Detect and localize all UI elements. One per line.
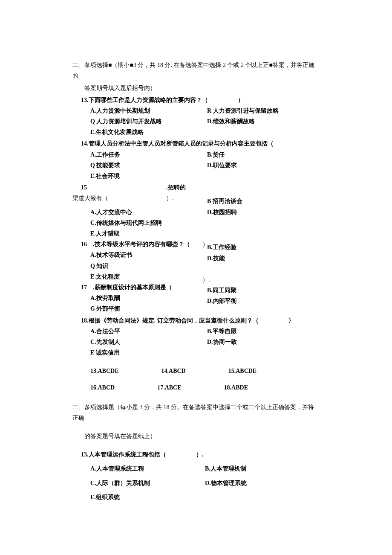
q18-opt-e: E 诚实信用	[90, 347, 320, 358]
s2-q13-opt-b: B.人本管理机制	[205, 463, 320, 474]
q18-opt-c: C.先发制人	[90, 337, 203, 347]
q17-opt-g: G 外部平衡	[90, 303, 203, 314]
q18-opt-a-text: A.合法公平	[90, 328, 120, 334]
q14-stem-text: 14.管理人员分析法中主管人员对所管箱人员的记录与分析内容主要包括（	[81, 140, 274, 147]
q18-opt-a: A.合法公平	[90, 326, 203, 337]
q13-opt-e: E.生枳文化发展战略	[90, 127, 320, 137]
q16-opt-a-text: A.技术等级证书	[90, 252, 132, 258]
section2-heading-cont: 的答案题号填在答题纸上）	[84, 431, 320, 442]
q13-options: A.人力贵源中长期规划 R 人力资源引进与保留故略 Q 人力资源培训与开发战略 …	[90, 105, 320, 138]
answer-16: 16.ABCD	[90, 382, 115, 393]
s2-q13-stem-text: 13.人本管理运作系统工程包括（ ）.	[81, 451, 203, 458]
s2-q13-opt-e-text: E.组织系统	[90, 494, 120, 500]
s2-q13-opt-c-text: C.人际（群）关系机制	[90, 480, 150, 486]
q17-paren-text: ）.	[202, 276, 210, 283]
q18-opt-c-text: C.先发制人	[90, 339, 120, 345]
q13-opt-a: A.人力贵源中长期规划	[90, 105, 203, 116]
q15-stem-line1: 15 .招聘的	[81, 182, 320, 193]
q14-opt-e-text: E.社会环境	[90, 173, 120, 179]
s2-q13-options: A.人本管理系统工程 B.人本管理机制 C.人际（群）关系机制 D.物本管理系统…	[72, 463, 320, 503]
q15-opt-e-text: E.人才猎取	[90, 230, 120, 237]
q15-num: 15	[81, 182, 166, 193]
q13-opt-a-text: A.人力贵源中长期规划	[90, 108, 150, 114]
q15-opt-b: B 招再洽谈会	[207, 196, 320, 206]
q15-opt-a: A.人才交流中心	[90, 207, 203, 218]
q15-stem-right: .招聘的	[166, 182, 186, 193]
s2-q13-opt-e: E.组织系统	[90, 492, 320, 503]
section1-heading-cont: 答案期号填入题后括号内）	[84, 83, 320, 93]
q14-stem: 14.管理人员分析法中主管人员对所管箱人员的记录与分析内容主要包括（	[81, 138, 320, 149]
answers-row-2: 16.ABCD 17.ABCE 18.ABDE	[90, 382, 320, 393]
q17-opt-a-text: A.按劳取酬	[90, 295, 120, 301]
s2-q13-opt-c: C.人际（群）关系机制	[90, 478, 205, 488]
answer-14: 14.ABCD	[161, 366, 186, 376]
q17-opt-b-text: B.同工同聚	[207, 287, 236, 293]
section2-heading-cont-text: 的答案题号填在答题纸上）	[84, 433, 156, 439]
q16-opt-d-text: D.技能	[207, 255, 225, 262]
answers-row-1: 13.ABCDE 14.ABCD 15.ABCDE	[90, 366, 320, 376]
q14-options: A.工作任务 B.货任 Q 技能要求 D.职位要求 E.社会环境	[90, 149, 320, 182]
q17-opt-g-text: G 外部平衡	[90, 305, 120, 312]
q15-options: B 招再洽谈会 A.人才交流中心 D.校园招聘 C.传统媒体与现代网上招聘 E.…	[90, 196, 320, 239]
q18-opt-b-text: B.平等自愿	[207, 328, 236, 334]
q15-opt-d-text: D.校园招聘	[207, 209, 237, 215]
q13-stem: 13.下面哪些工作是人力资源战略的主要内容？（ ）	[81, 95, 320, 105]
q14-opt-d: D.职位要求	[207, 160, 320, 171]
q16-opt-e-text: E.文化程度	[90, 273, 120, 280]
q18-options: A.合法公平 B.平等自愿 C.先发制人 D.协商一致 E 诚实信用	[90, 326, 320, 358]
section1-heading: 二、条项选择■（期小■3 分，共 18 分. 在备选答案中选择 2 个或 2 个…	[72, 60, 320, 81]
q13-opt-q-text: Q 人力资源培训与开发战略	[90, 118, 162, 125]
answer-17: 17.ABCE	[157, 382, 181, 393]
q18-opt-b: B.平等自愿	[207, 326, 320, 337]
q15-opt-a-text: A.人才交流中心	[90, 209, 132, 215]
q15-opt-c: C.传统媒体与现代网上招聘	[90, 218, 320, 228]
section1-heading-line1: 二、条项选择■（期小■3 分，共 18 分. 在备选答案中选择 2 个或 2 个…	[72, 62, 314, 79]
s2-q13-opt-d-text: D.物本管理系统	[205, 480, 247, 486]
q16-opt-q: Q 知识	[90, 261, 203, 271]
q13-opt-d-text: D.绩效和薪酬故略	[207, 118, 255, 125]
q13-opt-d: D.绩效和薪酬故略	[207, 116, 320, 127]
q15-opt-d: D.校园招聘	[207, 207, 320, 218]
q18-opt-d: D.协商一致	[207, 337, 320, 347]
q16-stem: 16 .技术等级水平考评的内容有哪些？（	[81, 241, 190, 247]
q17-opt-a: A.按劳取酬	[90, 293, 203, 303]
q17-opt-d-text: D.内部平衡	[207, 298, 237, 304]
q18-opt-e-text: E 诚实信用	[90, 349, 120, 356]
q13-stem-text: 13.下面哪些工作是人力资源战略的主要内容？（ ）	[81, 97, 244, 103]
q16-opt-b-text: B.工作经验	[207, 244, 236, 250]
s2-q13-opt-a: A.人本管理系统工程	[90, 463, 205, 474]
answer-13: 13.ABCDE	[90, 366, 119, 376]
q14-opt-b: B.货任	[207, 149, 320, 160]
s2-q13-opt-d: D.物本管理系统	[205, 478, 320, 488]
q14-opt-q-text: Q 技能要求	[90, 162, 120, 169]
q15-opt-c-text: C.传统媒体与现代网上招聘	[90, 220, 162, 226]
s2-q13-stem: 13.人本管理运作系统工程包括（ ）.	[81, 449, 320, 460]
q16-opt-a: A.技术等级证书	[90, 250, 203, 260]
q14-opt-d-text: D.职位要求	[207, 162, 237, 169]
q18-stem: 18.根据《劳动合同法》规定. 订立劳动合同，应当遵循什么原则？（ 〉	[81, 315, 320, 326]
q14-opt-e: E.社会环境	[90, 171, 320, 181]
section2-heading-text: 二、多项选择题（每小题 3 分，共 18 分。在备选答案中选择二个或二个以上正确…	[72, 404, 314, 421]
q18-opt-d-text: D.协商一致	[207, 339, 237, 345]
answer-18: 18.ABDE	[224, 382, 248, 393]
q13-opt-r-text: R 人力资源引进与保留故略	[207, 108, 279, 114]
q17-opt-d: D.内部平衡	[207, 296, 320, 314]
q13-opt-r: R 人力资源引进与保留故略	[207, 105, 320, 116]
section1-heading-cont-text: 答案期号填入题后括号内）	[84, 85, 156, 91]
q14-opt-b-text: B.货任	[207, 151, 225, 158]
s2-q13-opt-b-text: B.人本管理机制	[205, 465, 246, 472]
q15-opt-b-text: B 招再洽谈会	[207, 198, 242, 204]
s2-q13-opt-a-text: A.人本管理系统工程	[90, 465, 144, 472]
q14-opt-q: Q 技能要求	[90, 160, 203, 171]
q16-opt-d: D.技能	[207, 253, 320, 271]
q16-opt-q-text: Q 知识	[90, 263, 108, 269]
q13-opt-q: Q 人力资源培训与开发战略	[90, 116, 203, 127]
q15-opt-e: E.人才猎取	[90, 228, 320, 239]
q18-stem-text: 18.根据《劳动合同法》规定. 订立劳动合同，应当遵循什么原则？（ 〉	[81, 317, 294, 324]
q14-opt-a-text: A.工作任务	[90, 151, 120, 158]
answer-15: 15.ABCDE	[228, 366, 257, 376]
q17-options: A.按劳取酬 B.同工同聚 G 外部平衡 D.内部平衡	[90, 293, 320, 314]
section2-heading: 二、多项选择题（每小题 3 分，共 18 分。在备选答案中选择二个或二个以上正确…	[72, 402, 320, 423]
q13-opt-e-text: E.生枳文化发展战略	[90, 129, 144, 135]
q14-opt-a: A.工作任务	[90, 149, 203, 160]
